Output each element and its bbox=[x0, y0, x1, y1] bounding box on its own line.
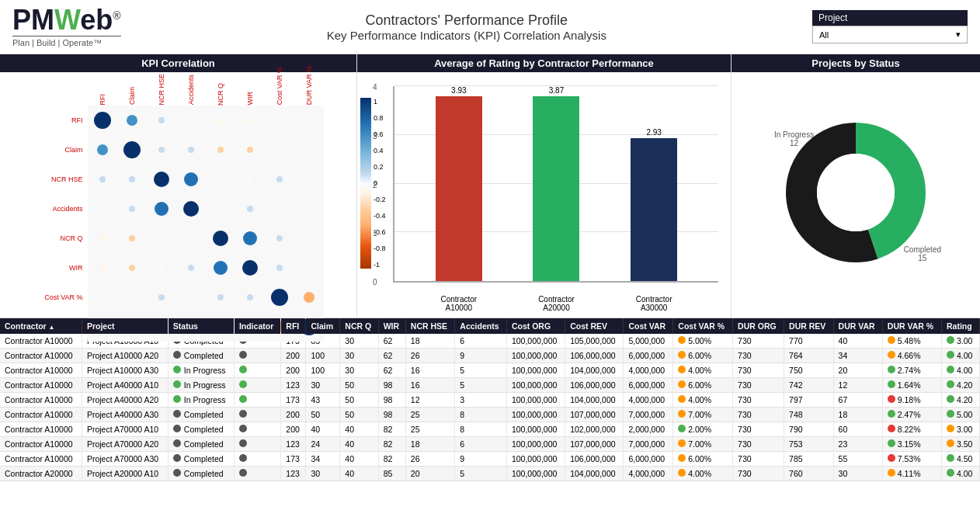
project-selector[interactable]: Project All ▾ bbox=[812, 10, 968, 43]
status-text: Completed bbox=[184, 410, 224, 419]
table-cell-0: Contractor A10000 bbox=[0, 437, 82, 452]
table-cell-12: 4,000,000 bbox=[624, 393, 673, 408]
contractor-name: Contractor A10000 bbox=[5, 395, 73, 404]
charts-row: KPI Correlation RFIClaimNCR HSEAccidents… bbox=[0, 54, 980, 318]
table-cell-5: 50 bbox=[306, 408, 340, 422]
table-cell-14: 730 bbox=[733, 467, 784, 481]
corr-cell bbox=[88, 106, 117, 135]
corr-circle bbox=[276, 206, 283, 212]
corr-circle bbox=[158, 294, 165, 300]
corr-cell bbox=[265, 165, 294, 194]
table-cell-17: 1.64% bbox=[882, 378, 941, 393]
table-row: Contractor A10000Project A10000 A30In Pr… bbox=[0, 363, 980, 378]
table-cell-8: 16 bbox=[405, 378, 455, 393]
corr-cell bbox=[147, 194, 176, 224]
col-header-rfi[interactable]: RFI bbox=[281, 318, 306, 334]
corr-circle bbox=[247, 176, 253, 182]
corr-cell bbox=[147, 165, 176, 194]
col-header-claim[interactable]: Claim bbox=[306, 318, 340, 334]
rating-dot bbox=[947, 336, 954, 344]
table-cell-2: Completed bbox=[168, 467, 234, 481]
rating-dot bbox=[947, 425, 954, 432]
table-cell-5: 100 bbox=[306, 349, 340, 363]
table-cell-2: In Progress bbox=[168, 363, 234, 378]
col-header-cost_rev[interactable]: Cost REV bbox=[565, 318, 624, 334]
corr-circle bbox=[99, 176, 106, 182]
col-header-project[interactable]: Project bbox=[82, 318, 168, 334]
col-header-status[interactable]: Status bbox=[168, 318, 234, 334]
corr-cell bbox=[265, 194, 294, 224]
bar-wrapper: 3.93Contractor A10000 bbox=[436, 86, 482, 281]
corr-circle bbox=[158, 265, 165, 271]
col-header-wir[interactable]: WIR bbox=[378, 318, 405, 334]
corr-row: Cost VAR % bbox=[88, 283, 324, 312]
corr-circle bbox=[94, 112, 111, 129]
col-header-accidents[interactable]: Accidents bbox=[455, 318, 507, 334]
corr-cell bbox=[176, 253, 206, 283]
table-cell-16: 60 bbox=[833, 422, 882, 437]
col-header-ncr_q[interactable]: NCR Q bbox=[340, 318, 378, 334]
status-text: Completed bbox=[184, 351, 224, 360]
table-cell-15: 748 bbox=[784, 408, 834, 422]
cost-var-pct-dot bbox=[678, 380, 686, 388]
corr-circle bbox=[306, 117, 312, 123]
kpi-section: KPI Correlation RFIClaimNCR HSEAccidents… bbox=[0, 54, 357, 318]
table-cell-12: 2,000,000 bbox=[624, 422, 673, 437]
table-cell-3 bbox=[234, 393, 280, 408]
donut-container: In Progress 12 Completed 15 bbox=[770, 107, 941, 278]
y-axis-label: 4 bbox=[373, 83, 377, 92]
cost-var-pct-dot bbox=[678, 366, 686, 373]
corr-cell bbox=[235, 224, 265, 253]
corr-circle bbox=[217, 176, 224, 182]
bar-group: 3.93Contractor A10000 bbox=[436, 86, 482, 281]
corr-cell bbox=[176, 224, 206, 253]
table-cell-14: 730 bbox=[733, 393, 784, 408]
status-text: Completed bbox=[184, 439, 224, 449]
corr-label-top: Cost VAR % bbox=[265, 43, 294, 106]
donut-section-header: Projects by Status bbox=[732, 54, 980, 72]
project-dropdown[interactable]: All ▾ bbox=[812, 26, 968, 43]
indicator-dot bbox=[239, 380, 247, 388]
corr-cell bbox=[88, 194, 117, 224]
indicator-dot bbox=[239, 439, 247, 447]
col-header-cost_org[interactable]: Cost ORG bbox=[506, 318, 565, 334]
corr-circle bbox=[183, 201, 199, 217]
bar-wrapper: 2.93Contractor A30000 bbox=[631, 86, 677, 281]
col-header-indicator[interactable]: Indicator bbox=[234, 318, 280, 334]
col-header-rating[interactable]: Rating bbox=[942, 318, 980, 334]
corr-circle bbox=[188, 265, 194, 271]
status-dot bbox=[173, 439, 181, 447]
title-area: Contractors' Performance Profile Key Per… bbox=[327, 12, 606, 42]
table-row: Contractor A10000Project A10000 A20Compl… bbox=[0, 349, 980, 363]
bar-rect bbox=[436, 96, 482, 281]
corr-row: RFI bbox=[88, 106, 324, 135]
indicator-dot bbox=[239, 366, 247, 373]
table-row: Contractor A20000Project A20000 A10Compl… bbox=[0, 467, 980, 481]
col-header-ncr_hse[interactable]: NCR HSE bbox=[405, 318, 455, 334]
cost-var-pct-dot bbox=[678, 469, 686, 477]
corr-cell bbox=[206, 224, 235, 253]
corr-circle bbox=[217, 206, 224, 212]
table-cell-8: 25 bbox=[405, 408, 455, 422]
corr-cell bbox=[147, 283, 176, 312]
col-header-dur_org[interactable]: DUR ORG bbox=[733, 318, 784, 334]
corr-circle bbox=[129, 294, 135, 300]
col-header-cost_var_%[interactable]: Cost VAR % bbox=[673, 318, 733, 334]
table-cell-1: Project A40000 A20 bbox=[82, 393, 168, 408]
table-cell-6: 30 bbox=[340, 334, 378, 349]
corr-circle bbox=[276, 147, 283, 153]
status-text: Completed bbox=[184, 454, 224, 463]
bar-wrapper: 3.87Contractor A20000 bbox=[533, 86, 579, 281]
col-header-contractor[interactable]: Contractor ▲ bbox=[0, 318, 82, 334]
cost-var-pct-dot bbox=[678, 439, 686, 447]
corr-circle bbox=[247, 206, 253, 212]
col-header-dur_var[interactable]: DUR VAR bbox=[833, 318, 882, 334]
table-cell-10: 100,000,000 bbox=[506, 349, 565, 363]
table-cell-10: 100,000,000 bbox=[506, 363, 565, 378]
table-cell-12: 7,000,000 bbox=[624, 437, 673, 452]
contractor-name: Contractor A10000 bbox=[5, 454, 73, 463]
corr-circle bbox=[242, 260, 258, 276]
col-header-cost_var[interactable]: Cost VAR bbox=[624, 318, 673, 334]
col-header-dur_var_%[interactable]: DUR VAR % bbox=[882, 318, 941, 334]
col-header-dur_rev[interactable]: DUR REV bbox=[784, 318, 834, 334]
